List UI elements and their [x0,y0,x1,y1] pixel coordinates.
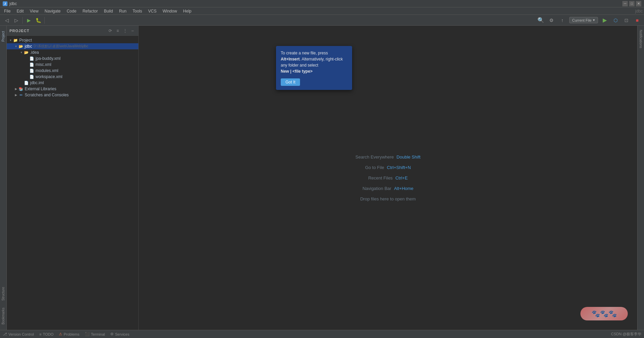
hint-drop-label: Drop files here to open them [360,196,416,201]
toolbar-debug2-button[interactable]: ⬡ [612,16,620,24]
toolbar-run-button[interactable]: ▶ [25,16,33,24]
hint-search-shortcut: Double Shift [396,154,420,160]
decoration-character: 🐾🐾🐾 [580,307,628,320]
problems-icon: ⚠ [59,332,62,336]
hint-search-everywhere: Search Everywhere Double Shift [355,154,420,160]
iml-icon: 📄 [24,80,29,85]
tree-arrow-jpa [24,56,29,61]
toolbar-debug-button[interactable]: 🐛 [34,16,42,24]
current-file-dropdown[interactable]: Current File ▾ [569,17,598,23]
structure-panel-tab[interactable]: Structure [1,284,6,304]
tree-label-external-libs: External Libraries [25,87,56,91]
idea-folder-icon: 📂 [24,50,29,55]
hint-goto-label: Go to File [365,165,384,170]
bookmarks-panel-tab[interactable]: Bookmarks [1,304,6,328]
window-controls: ─ □ ✕ [622,1,641,6]
menu-bar: File Edit View Navigate Code Refactor Bu… [0,7,644,15]
status-bar-left: ⎇ Version Control ≡ TODO ⚠ Problems ⬛ Te… [3,332,129,336]
toolbar-forward-button[interactable]: ▷ [12,16,20,24]
project-icon: 📁 [13,38,18,43]
app-icon: J [3,1,7,6]
tree-item-jpa-buddy[interactable]: 📄 jpa-buddy.xml [7,55,138,62]
menu-build[interactable]: Build [101,8,116,14]
window-title: jdbc [9,1,17,6]
menu-help[interactable]: Help [180,8,194,14]
tree-label-scratches: Scratches and Consoles [25,93,69,97]
menu-refactor[interactable]: Refactor [80,8,100,14]
hint-nav-bar: Navigation Bar Alt+Home [363,186,414,191]
toolbar-run2-button[interactable]: ▶ [601,16,609,24]
services-label: Services [115,332,129,336]
toolbar-search-button[interactable]: 🔍 [537,16,545,24]
tree-arrow-modules [24,68,29,73]
hint-goto-shortcut: Ctrl+Shift+N [387,165,411,170]
left-activity-bar: Project Structure Bookmarks [0,26,7,330]
toolbar: ◁ ▷ ▶ 🐛 🔍 ⚙ ↑ Current File ▾ ▶ ⬡ ⊡ ■ [0,15,644,26]
menu-file[interactable]: File [1,8,13,14]
tree-arrow-iml [19,80,24,85]
hint-recent-files: Recent Files Ctrl+E [368,175,408,180]
notifications-panel[interactable]: Notifications [638,27,643,51]
tree-item-external-libs[interactable]: ▶ 📚 External Libraries [7,86,138,92]
main-layout: Project Structure Bookmarks Project ⟳ ≡ … [0,26,644,330]
toolbar-stop-button[interactable]: ■ [633,16,641,24]
tooltip-content: To create a new file, press Alt+Insert. … [281,50,347,74]
sidebar-action-collapse[interactable]: ≡ [115,28,121,34]
maximize-button[interactable]: □ [629,1,635,6]
toolbar-separator-1 [22,17,23,24]
hint-recent-label: Recent Files [368,175,393,180]
toolbar-profile-button[interactable]: ⊡ [622,16,630,24]
editor-area: To create a new file, press Alt+Insert. … [139,26,637,330]
menu-code[interactable]: Code [64,8,79,14]
title-bar-left: J jdbc [3,1,17,6]
status-services[interactable]: ⚙ Services [110,332,129,336]
sidebar-header-title: Project [9,29,29,33]
status-todo[interactable]: ≡ TODO [39,332,53,336]
menu-tools[interactable]: Tools [130,8,145,14]
minimize-button[interactable]: ─ [622,1,628,6]
tree-arrow-jdbc: ▾ [14,44,18,49]
tree-item-workspace[interactable]: 📄 workspace.xml [7,74,138,80]
menu-run[interactable]: Run [116,8,129,14]
tree-item-jdbc-iml[interactable]: 📄 jdbc.iml [7,80,138,86]
tree-item-idea[interactable]: ▾ 📂 .idea [7,49,138,55]
sidebar-header-actions: ⟳ ≡ ⋮ – [107,28,136,34]
sidebar-action-sync[interactable]: ⟳ [107,28,113,34]
close-button[interactable]: ✕ [636,1,641,6]
sidebar-action-minimize[interactable]: – [130,28,136,34]
tree-item-misc[interactable]: 📄 misc.xml [7,62,138,68]
jdbc-path: D:\系统默认\桌面\web\JavaWeb\jdbc [33,44,88,49]
toolbar-settings-button[interactable]: ⚙ [548,16,556,24]
tree-arrow-workspace [24,74,29,79]
misc-xml-icon: 📄 [29,62,34,67]
toolbar-right: 🔍 ⚙ ↑ Current File ▾ ▶ ⬡ ⊡ ■ [537,16,641,24]
status-problems[interactable]: ⚠ Problems [59,332,79,336]
menu-vcs[interactable]: VCS [145,8,159,14]
tree-label-project: Project [19,38,32,43]
menu-window[interactable]: Window [160,8,180,14]
hint-search-label: Search Everywhere [355,154,394,160]
menu-edit[interactable]: Edit [14,8,26,14]
menu-navigate[interactable]: Navigate [42,8,63,14]
tree-item-scratches[interactable]: ▶ ✏ Scratches and Consoles [7,92,138,98]
tree-item-jdbc[interactable]: ▾ 📂 jdbc D:\系统默认\桌面\web\JavaWeb\jdbc [7,43,138,49]
terminal-label: Terminal [91,332,105,336]
project-panel-tab[interactable]: Project [1,28,6,45]
status-terminal[interactable]: ⬛ Terminal [85,332,105,336]
sidebar-header: Project ⟳ ≡ ⋮ – [7,26,138,36]
sidebar-action-dots[interactable]: ⋮ [122,28,128,34]
workspace-xml-icon: 📄 [29,74,34,79]
scratches-icon: ✏ [18,93,24,97]
tree-label-modules: modules.xml [36,68,58,73]
menu-view[interactable]: View [27,8,41,14]
got-it-button[interactable]: Got It [281,78,300,86]
toolbar-update-button[interactable]: ↑ [558,16,567,24]
tree-item-modules[interactable]: 📄 modules.xml [7,68,138,74]
status-version-control[interactable]: ⎇ Version Control [3,332,34,336]
toolbar-back-button[interactable]: ◁ [3,16,11,24]
status-bar-right: CSDN @极客李华 [611,332,641,337]
tooltip-new-label: New | <file type> [281,69,313,74]
tree-label-jpa: jpa-buddy.xml [36,56,61,61]
tree-arrow-project: ▾ [8,38,13,43]
tree-item-project[interactable]: ▾ 📁 Project [7,37,138,43]
